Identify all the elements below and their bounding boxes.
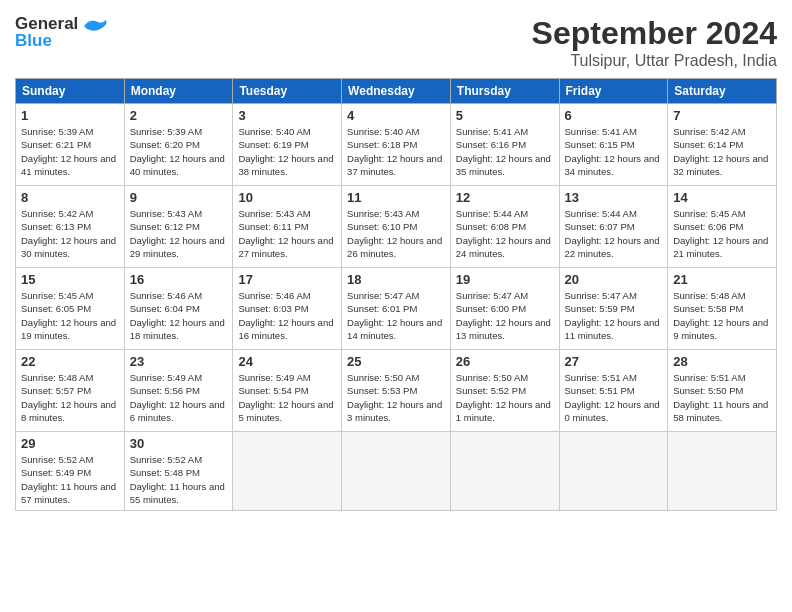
day-number: 30 [130,436,228,451]
col-header-friday: Friday [559,79,668,104]
calendar-week-row: 22Sunrise: 5:48 AMSunset: 5:57 PMDayligh… [16,350,777,432]
day-info: Sunrise: 5:44 AMSunset: 6:07 PMDaylight:… [565,207,663,260]
calendar-cell: 13Sunrise: 5:44 AMSunset: 6:07 PMDayligh… [559,186,668,268]
calendar-cell: 15Sunrise: 5:45 AMSunset: 6:05 PMDayligh… [16,268,125,350]
day-info: Sunrise: 5:45 AMSunset: 6:05 PMDaylight:… [21,289,119,342]
day-number: 28 [673,354,771,369]
logo: General Blue [15,15,110,49]
calendar-cell: 22Sunrise: 5:48 AMSunset: 5:57 PMDayligh… [16,350,125,432]
day-info: Sunrise: 5:52 AMSunset: 5:49 PMDaylight:… [21,453,119,506]
col-header-thursday: Thursday [450,79,559,104]
day-info: Sunrise: 5:43 AMSunset: 6:11 PMDaylight:… [238,207,336,260]
day-info: Sunrise: 5:45 AMSunset: 6:06 PMDaylight:… [673,207,771,260]
calendar-cell: 24Sunrise: 5:49 AMSunset: 5:54 PMDayligh… [233,350,342,432]
day-number: 13 [565,190,663,205]
day-number: 22 [21,354,119,369]
day-info: Sunrise: 5:51 AMSunset: 5:50 PMDaylight:… [673,371,771,424]
day-number: 10 [238,190,336,205]
calendar-cell: 27Sunrise: 5:51 AMSunset: 5:51 PMDayligh… [559,350,668,432]
calendar-cell: 25Sunrise: 5:50 AMSunset: 5:53 PMDayligh… [342,350,451,432]
day-number: 14 [673,190,771,205]
title-section: September 2024 Tulsipur, Uttar Pradesh, … [532,15,777,70]
calendar-cell [668,432,777,511]
day-info: Sunrise: 5:48 AMSunset: 5:57 PMDaylight:… [21,371,119,424]
day-info: Sunrise: 5:43 AMSunset: 6:10 PMDaylight:… [347,207,445,260]
day-number: 2 [130,108,228,123]
day-info: Sunrise: 5:40 AMSunset: 6:19 PMDaylight:… [238,125,336,178]
day-number: 3 [238,108,336,123]
calendar-cell: 23Sunrise: 5:49 AMSunset: 5:56 PMDayligh… [124,350,233,432]
calendar-cell: 29Sunrise: 5:52 AMSunset: 5:49 PMDayligh… [16,432,125,511]
calendar-cell: 14Sunrise: 5:45 AMSunset: 6:06 PMDayligh… [668,186,777,268]
day-info: Sunrise: 5:50 AMSunset: 5:53 PMDaylight:… [347,371,445,424]
day-info: Sunrise: 5:47 AMSunset: 6:00 PMDaylight:… [456,289,554,342]
day-info: Sunrise: 5:39 AMSunset: 6:20 PMDaylight:… [130,125,228,178]
logo-line2: Blue [15,32,78,49]
logo-bird-icon [82,16,110,38]
day-number: 16 [130,272,228,287]
col-header-wednesday: Wednesday [342,79,451,104]
calendar-cell: 20Sunrise: 5:47 AMSunset: 5:59 PMDayligh… [559,268,668,350]
day-number: 7 [673,108,771,123]
day-info: Sunrise: 5:42 AMSunset: 6:14 PMDaylight:… [673,125,771,178]
calendar-cell: 11Sunrise: 5:43 AMSunset: 6:10 PMDayligh… [342,186,451,268]
day-number: 24 [238,354,336,369]
day-info: Sunrise: 5:39 AMSunset: 6:21 PMDaylight:… [21,125,119,178]
day-number: 5 [456,108,554,123]
calendar-cell: 16Sunrise: 5:46 AMSunset: 6:04 PMDayligh… [124,268,233,350]
day-number: 21 [673,272,771,287]
month-title: September 2024 [532,15,777,52]
calendar-cell: 9Sunrise: 5:43 AMSunset: 6:12 PMDaylight… [124,186,233,268]
day-number: 23 [130,354,228,369]
day-info: Sunrise: 5:40 AMSunset: 6:18 PMDaylight:… [347,125,445,178]
day-info: Sunrise: 5:52 AMSunset: 5:48 PMDaylight:… [130,453,228,506]
day-info: Sunrise: 5:48 AMSunset: 5:58 PMDaylight:… [673,289,771,342]
calendar-cell [559,432,668,511]
day-info: Sunrise: 5:43 AMSunset: 6:12 PMDaylight:… [130,207,228,260]
location: Tulsipur, Uttar Pradesh, India [532,52,777,70]
calendar-cell: 10Sunrise: 5:43 AMSunset: 6:11 PMDayligh… [233,186,342,268]
calendar-cell: 19Sunrise: 5:47 AMSunset: 6:00 PMDayligh… [450,268,559,350]
col-header-saturday: Saturday [668,79,777,104]
calendar-cell: 30Sunrise: 5:52 AMSunset: 5:48 PMDayligh… [124,432,233,511]
day-info: Sunrise: 5:46 AMSunset: 6:03 PMDaylight:… [238,289,336,342]
calendar-cell: 18Sunrise: 5:47 AMSunset: 6:01 PMDayligh… [342,268,451,350]
day-number: 8 [21,190,119,205]
day-number: 15 [21,272,119,287]
calendar-cell: 12Sunrise: 5:44 AMSunset: 6:08 PMDayligh… [450,186,559,268]
logo-text: General Blue [15,15,78,49]
day-number: 1 [21,108,119,123]
header: General Blue September 2024 Tulsipur, Ut… [15,15,777,70]
day-number: 27 [565,354,663,369]
day-number: 25 [347,354,445,369]
logo-line1: General [15,15,78,32]
day-number: 17 [238,272,336,287]
day-info: Sunrise: 5:44 AMSunset: 6:08 PMDaylight:… [456,207,554,260]
day-info: Sunrise: 5:49 AMSunset: 5:54 PMDaylight:… [238,371,336,424]
day-info: Sunrise: 5:42 AMSunset: 6:13 PMDaylight:… [21,207,119,260]
day-number: 6 [565,108,663,123]
day-number: 29 [21,436,119,451]
day-info: Sunrise: 5:46 AMSunset: 6:04 PMDaylight:… [130,289,228,342]
col-header-monday: Monday [124,79,233,104]
calendar-week-row: 8Sunrise: 5:42 AMSunset: 6:13 PMDaylight… [16,186,777,268]
col-header-sunday: Sunday [16,79,125,104]
calendar-week-row: 15Sunrise: 5:45 AMSunset: 6:05 PMDayligh… [16,268,777,350]
day-info: Sunrise: 5:47 AMSunset: 6:01 PMDaylight:… [347,289,445,342]
day-info: Sunrise: 5:41 AMSunset: 6:16 PMDaylight:… [456,125,554,178]
calendar-cell: 28Sunrise: 5:51 AMSunset: 5:50 PMDayligh… [668,350,777,432]
calendar-cell: 7Sunrise: 5:42 AMSunset: 6:14 PMDaylight… [668,104,777,186]
day-info: Sunrise: 5:49 AMSunset: 5:56 PMDaylight:… [130,371,228,424]
day-number: 26 [456,354,554,369]
day-info: Sunrise: 5:50 AMSunset: 5:52 PMDaylight:… [456,371,554,424]
day-number: 4 [347,108,445,123]
day-number: 11 [347,190,445,205]
calendar-cell: 8Sunrise: 5:42 AMSunset: 6:13 PMDaylight… [16,186,125,268]
calendar-cell [342,432,451,511]
calendar-week-row: 29Sunrise: 5:52 AMSunset: 5:49 PMDayligh… [16,432,777,511]
day-number: 9 [130,190,228,205]
calendar-cell: 4Sunrise: 5:40 AMSunset: 6:18 PMDaylight… [342,104,451,186]
calendar-table: SundayMondayTuesdayWednesdayThursdayFrid… [15,78,777,511]
day-info: Sunrise: 5:41 AMSunset: 6:15 PMDaylight:… [565,125,663,178]
calendar-cell: 21Sunrise: 5:48 AMSunset: 5:58 PMDayligh… [668,268,777,350]
